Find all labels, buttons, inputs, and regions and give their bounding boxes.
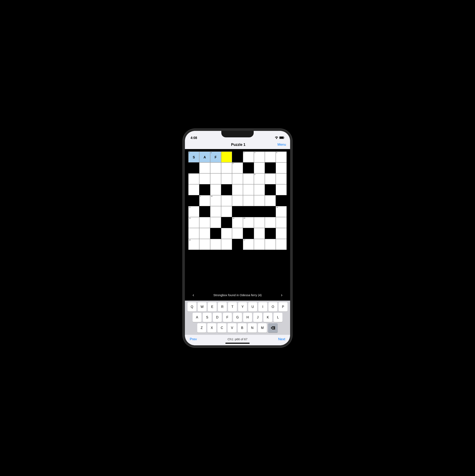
letter-key[interactable]: R bbox=[218, 302, 227, 311]
grid-cell[interactable]: 6 bbox=[232, 162, 243, 173]
grid-cell[interactable] bbox=[221, 239, 232, 250]
grid-cell[interactable] bbox=[188, 162, 199, 173]
letter-key[interactable]: E bbox=[208, 302, 217, 311]
grid-cell[interactable] bbox=[276, 195, 287, 206]
grid-cell[interactable] bbox=[221, 162, 232, 173]
grid-cell[interactable]: 5 bbox=[276, 152, 287, 162]
grid-cell[interactable] bbox=[188, 195, 199, 206]
backspace-key[interactable] bbox=[268, 323, 278, 333]
letter-key[interactable]: Y bbox=[238, 302, 247, 311]
grid-cell[interactable] bbox=[210, 173, 221, 184]
grid-cell[interactable]: 15 bbox=[243, 217, 254, 228]
letter-key[interactable]: V bbox=[228, 323, 237, 333]
grid-cell[interactable] bbox=[254, 228, 265, 239]
grid-cell[interactable] bbox=[243, 206, 254, 217]
next-clue-arrow[interactable]: › bbox=[279, 292, 284, 298]
letter-key[interactable]: T bbox=[228, 302, 237, 311]
letter-key[interactable]: C bbox=[218, 323, 226, 333]
grid-cell[interactable] bbox=[254, 162, 265, 173]
grid-cell[interactable] bbox=[210, 228, 221, 239]
grid-cell[interactable]: 17 bbox=[243, 239, 254, 250]
grid-cell[interactable] bbox=[232, 239, 243, 250]
grid-cell[interactable] bbox=[210, 206, 221, 217]
grid-cell[interactable]: 2F bbox=[210, 152, 221, 162]
letter-key[interactable]: Q bbox=[187, 302, 196, 311]
grid-cell[interactable] bbox=[199, 228, 210, 239]
grid-cell[interactable] bbox=[232, 195, 243, 206]
grid-cell[interactable]: 1S bbox=[188, 152, 199, 162]
grid-cell[interactable] bbox=[265, 217, 276, 228]
grid-cell[interactable] bbox=[243, 184, 254, 195]
grid-cell[interactable] bbox=[243, 228, 254, 239]
letter-key[interactable]: A bbox=[193, 313, 202, 322]
letter-key[interactable]: U bbox=[248, 302, 257, 311]
grid-cell[interactable] bbox=[276, 162, 287, 173]
grid-cell[interactable]: 7 bbox=[188, 173, 199, 184]
menu-button[interactable]: Menu bbox=[277, 143, 286, 147]
grid-cell[interactable] bbox=[254, 217, 265, 228]
letter-key[interactable]: I bbox=[258, 302, 267, 311]
grid-cell[interactable]: 16 bbox=[188, 239, 199, 250]
grid-cell[interactable] bbox=[254, 195, 265, 206]
grid-cell[interactable] bbox=[188, 228, 199, 239]
grid-cell[interactable] bbox=[243, 195, 254, 206]
letter-key[interactable]: G bbox=[233, 313, 242, 322]
prev-button[interactable]: Prev bbox=[190, 337, 197, 341]
volume-down-button[interactable] bbox=[183, 180, 184, 190]
grid-cell[interactable] bbox=[276, 184, 287, 195]
grid-cell[interactable]: 9 bbox=[199, 195, 210, 206]
grid-cell[interactable] bbox=[221, 195, 232, 206]
grid-cell[interactable] bbox=[265, 162, 276, 173]
power-button[interactable] bbox=[291, 173, 292, 187]
letter-key[interactable]: S bbox=[203, 313, 212, 322]
grid-cell[interactable] bbox=[221, 173, 232, 184]
grid-cell[interactable] bbox=[243, 173, 254, 184]
grid-cell[interactable] bbox=[232, 206, 243, 217]
grid-cell[interactable] bbox=[221, 152, 232, 162]
letter-key[interactable]: M bbox=[258, 323, 267, 333]
grid-cell[interactable]: 10 bbox=[210, 195, 221, 206]
grid-cell[interactable]: 3 bbox=[243, 152, 254, 162]
grid-cell[interactable] bbox=[265, 228, 276, 239]
letter-key[interactable]: N bbox=[248, 323, 257, 333]
grid-cell[interactable] bbox=[221, 206, 232, 217]
grid-cell[interactable] bbox=[254, 239, 265, 250]
grid-cell[interactable]: 13 bbox=[188, 217, 199, 228]
letter-key[interactable]: X bbox=[207, 323, 216, 333]
grid-cell[interactable] bbox=[265, 184, 276, 195]
grid-cell[interactable] bbox=[276, 228, 287, 239]
crossword-grid[interactable]: 1SA2F34567891011121314151617 bbox=[188, 151, 287, 250]
grid-cell[interactable] bbox=[221, 184, 232, 195]
grid-cell[interactable] bbox=[199, 184, 210, 195]
grid-cell[interactable] bbox=[232, 173, 243, 184]
grid-cell[interactable] bbox=[243, 162, 254, 173]
grid-cell[interactable] bbox=[188, 184, 199, 195]
letter-key[interactable]: J bbox=[253, 313, 262, 322]
grid-cell[interactable] bbox=[265, 173, 276, 184]
grid-cell[interactable] bbox=[265, 152, 276, 162]
next-button[interactable]: Next bbox=[278, 337, 285, 341]
letter-key[interactable]: B bbox=[238, 323, 247, 333]
grid-cell[interactable]: 12 bbox=[276, 206, 287, 217]
grid-cell[interactable] bbox=[232, 228, 243, 239]
grid-cell[interactable]: A bbox=[199, 152, 210, 162]
grid-cell[interactable] bbox=[265, 239, 276, 250]
grid-cell[interactable] bbox=[254, 184, 265, 195]
grid-cell[interactable] bbox=[199, 206, 210, 217]
grid-cell[interactable] bbox=[265, 195, 276, 206]
letter-key[interactable]: K bbox=[263, 313, 272, 322]
grid-cell[interactable] bbox=[199, 217, 210, 228]
letter-key[interactable]: W bbox=[198, 302, 206, 311]
letter-key[interactable]: Z bbox=[197, 323, 206, 333]
letter-key[interactable]: O bbox=[269, 302, 277, 311]
grid-cell[interactable] bbox=[276, 239, 287, 250]
grid-cell[interactable] bbox=[232, 184, 243, 195]
grid-cell[interactable] bbox=[210, 162, 221, 173]
grid-cell[interactable] bbox=[199, 162, 210, 173]
grid-cell[interactable]: 14 bbox=[232, 217, 243, 228]
grid-cell[interactable]: 11 bbox=[188, 206, 199, 217]
grid-cell[interactable] bbox=[232, 152, 243, 162]
grid-cell[interactable] bbox=[210, 217, 221, 228]
grid-cell[interactable]: 8 bbox=[254, 173, 265, 184]
letter-key[interactable]: L bbox=[273, 313, 282, 322]
